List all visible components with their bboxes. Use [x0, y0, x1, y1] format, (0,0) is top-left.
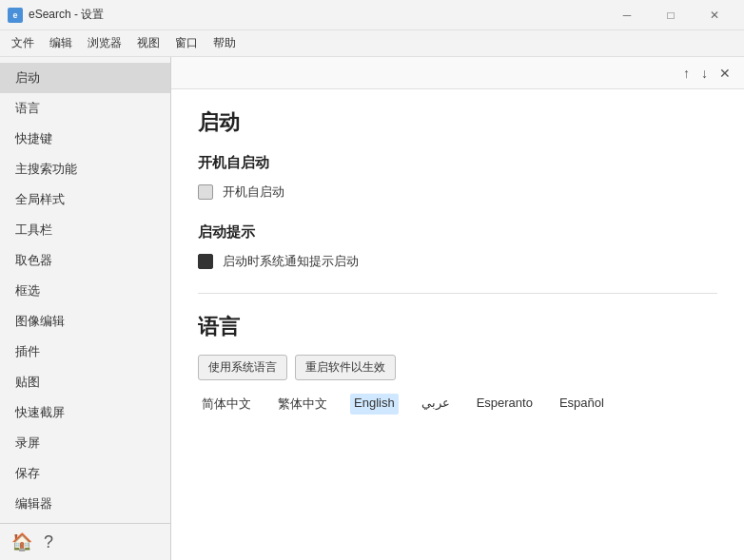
sidebar-item-frame[interactable]: 框选	[0, 276, 170, 306]
help-button[interactable]: ?	[44, 532, 53, 552]
maximize-button[interactable]: □	[649, 0, 693, 30]
sidebar-item-record[interactable]: 录屏	[0, 428, 170, 458]
scroll-down-button[interactable]: ↓	[695, 64, 714, 83]
language-section: 语言 使用系统语言重启软件以生效 简体中文繁体中文EnglishعربيEspe…	[198, 313, 717, 415]
auto-start-title: 开机自启动	[198, 154, 717, 172]
lang-option-zh-hans[interactable]: 简体中文	[198, 394, 255, 415]
lang-btn-use-system[interactable]: 使用系统语言	[198, 355, 287, 380]
language-buttons-row: 使用系统语言重启软件以生效	[198, 355, 717, 380]
app-title: eSearch - 设置	[29, 7, 605, 23]
close-button[interactable]: ✕	[693, 0, 736, 30]
sidebar-bottom: 🏠 ?	[0, 523, 170, 560]
sidebar-item-hotkeys[interactable]: 快捷键	[0, 124, 170, 154]
minimize-button[interactable]: ─	[605, 0, 649, 30]
language-options-row: 简体中文繁体中文EnglishعربيEsperantoEspañol	[198, 394, 717, 415]
scroll-up-button[interactable]: ↑	[677, 64, 695, 83]
sidebar-item-plugins[interactable]: 插件	[0, 337, 170, 367]
lang-option-en[interactable]: English	[350, 394, 399, 415]
lang-option-zh-hant[interactable]: 繁体中文	[274, 394, 331, 415]
sidebar-item-color-picker[interactable]: 取色器	[0, 245, 170, 276]
startup-hint-checkbox[interactable]	[198, 254, 213, 269]
language-title: 语言	[198, 313, 717, 341]
sidebar-item-toolbar[interactable]: 工具栏	[0, 215, 170, 245]
window-controls: ─ □ ✕	[605, 0, 736, 30]
sidebar-item-language[interactable]: 语言	[0, 93, 170, 124]
sidebar-item-editor[interactable]: 编辑器	[0, 489, 170, 519]
menu-item-帮助[interactable]: 帮助	[206, 31, 244, 55]
section-divider-1	[198, 293, 717, 294]
auto-start-block: 开机自启动 开机自启动	[198, 154, 717, 201]
content-close-button[interactable]: ✕	[714, 64, 736, 83]
menu-item-编辑[interactable]: 编辑	[42, 31, 80, 55]
startup-hint-title: 启动提示	[198, 223, 717, 241]
startup-hint-row: 启动时系统通知提示启动	[198, 253, 717, 270]
menu-item-浏览器[interactable]: 浏览器	[80, 31, 129, 55]
lang-btn-restart[interactable]: 重启软件以生效	[295, 355, 396, 380]
startup-title: 启动	[198, 108, 717, 137]
lang-option-es[interactable]: Español	[556, 394, 608, 415]
sidebar: 启动语言快捷键主搜索功能全局样式工具栏取色器框选图像编辑插件贴图快速截屏录屏保存…	[0, 57, 171, 560]
menu-item-文件[interactable]: 文件	[4, 31, 42, 55]
lang-option-ar[interactable]: عربي	[418, 394, 454, 415]
title-bar: e eSearch - 设置 ─ □ ✕	[0, 0, 744, 30]
sidebar-item-global-style[interactable]: 全局样式	[0, 184, 170, 215]
auto-start-row: 开机自启动	[198, 183, 717, 201]
startup-hint-label: 启动时系统通知提示启动	[223, 253, 359, 270]
content-toolbar: ↑ ↓ ✕	[171, 57, 744, 89]
menu-bar: 文件编辑浏览器视图窗口帮助	[0, 30, 744, 57]
home-button[interactable]: 🏠	[11, 531, 32, 552]
sidebar-list: 启动语言快捷键主搜索功能全局样式工具栏取色器框选图像编辑插件贴图快速截屏录屏保存…	[0, 57, 170, 523]
sidebar-item-quick-capture[interactable]: 快速截屏	[0, 397, 170, 428]
sidebar-item-sticker[interactable]: 贴图	[0, 367, 170, 397]
sidebar-item-search[interactable]: 主搜索功能	[0, 154, 170, 184]
lang-option-eo[interactable]: Esperanto	[473, 394, 537, 415]
content-area: ↑ ↓ ✕ 启动 开机自启动 开机自启动 启动提示	[171, 57, 744, 560]
sidebar-item-save[interactable]: 保存	[0, 458, 170, 489]
auto-start-label: 开机自启动	[223, 183, 284, 201]
content-body: 启动 开机自启动 开机自启动 启动提示 启动时系统通知提示启动	[171, 89, 744, 560]
app-icon: e	[8, 8, 23, 23]
main-layout: 启动语言快捷键主搜索功能全局样式工具栏取色器框选图像编辑插件贴图快速截屏录屏保存…	[0, 57, 744, 560]
menu-item-视图[interactable]: 视图	[129, 31, 167, 55]
startup-section: 启动 开机自启动 开机自启动 启动提示 启动时系统通知提示启动	[198, 108, 717, 270]
auto-start-checkbox[interactable]	[198, 184, 213, 200]
menu-item-窗口[interactable]: 窗口	[167, 31, 206, 55]
sidebar-item-startup[interactable]: 启动	[0, 63, 170, 93]
startup-hint-block: 启动提示 启动时系统通知提示启动	[198, 223, 717, 270]
sidebar-item-image-edit[interactable]: 图像编辑	[0, 306, 170, 337]
